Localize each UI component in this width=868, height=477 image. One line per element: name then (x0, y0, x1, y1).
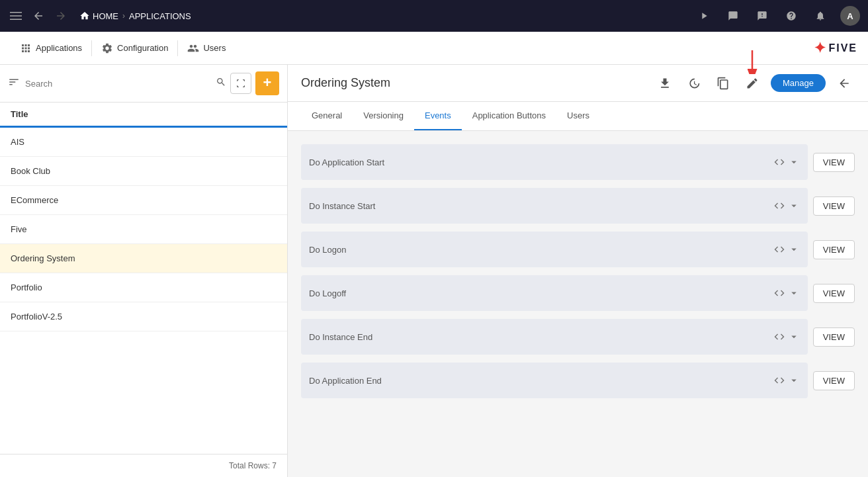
code-icon-do-logon[interactable] (773, 243, 785, 255)
menu-icon[interactable] (8, 8, 24, 24)
five-logo-container: ✦ FIVE (814, 40, 857, 57)
main-layout: + Title AIS Book Club ECommerce Five Ord… (0, 65, 868, 477)
five-logo: ✦ FIVE (814, 40, 857, 57)
tab-events[interactable]: Events (414, 102, 462, 130)
content-tabs: General Versioning Events Application Bu… (288, 102, 868, 131)
event-box-do-logon: Do Logon (301, 232, 808, 267)
back-icon[interactable] (30, 8, 46, 24)
sidebar-item-portfolio[interactable]: Portfolio (0, 273, 287, 302)
sidebar-header: Title (0, 103, 287, 128)
svg-rect-2 (10, 19, 22, 21)
content-header-actions: Manage (654, 73, 855, 94)
chevron-down-icon-do-instance-start[interactable] (788, 200, 800, 212)
sidebar-item-portfoliov25[interactable]: PortfolioV-2.5 (0, 302, 287, 331)
events-container: Do Application Start VIEW Do Instance (288, 131, 868, 477)
navbar-right: A (695, 6, 860, 26)
event-label-do-instance-start: Do Instance Start (309, 201, 375, 211)
tab-applications[interactable]: Applications (11, 32, 91, 64)
event-box-do-instance-start: Do Instance Start (301, 188, 808, 224)
sidebar-list: AIS Book Club ECommerce Five Ordering Sy… (0, 128, 287, 454)
event-row-do-application-start: Do Application Start VIEW (301, 144, 855, 180)
copy-icon[interactable] (713, 73, 734, 94)
code-icon-do-logoff[interactable] (773, 287, 785, 299)
code-icon-do-instance-end[interactable] (773, 331, 785, 343)
navbar: HOME › APPLICATIONS A (0, 0, 868, 32)
content-header: Ordering System (288, 65, 868, 102)
event-row-do-application-end: Do Application End VIEW (301, 363, 855, 398)
sidebar-item-ordering-system[interactable]: Ordering System (0, 244, 287, 273)
chevron-down-icon-do-application-start[interactable] (788, 156, 800, 168)
message-icon[interactable] (753, 7, 771, 25)
edit-icon-container (742, 73, 763, 94)
view-btn-do-logoff[interactable]: VIEW (813, 284, 855, 303)
history-icon[interactable] (683, 73, 705, 94)
play-icon[interactable] (695, 7, 713, 25)
view-btn-do-instance-start[interactable]: VIEW (813, 196, 855, 216)
view-btn-do-instance-end[interactable]: VIEW (813, 327, 855, 347)
add-button[interactable]: + (255, 71, 279, 95)
sidebar: + Title AIS Book Club ECommerce Five Ord… (0, 65, 288, 477)
event-actions-do-logon (773, 243, 800, 255)
event-row-do-instance-start: Do Instance Start VIEW (301, 188, 855, 224)
event-actions-do-instance-end (773, 331, 800, 343)
chat-icon[interactable] (724, 7, 742, 25)
view-btn-do-logon[interactable]: VIEW (813, 240, 855, 259)
subheader: Applications Configuration Users ✦ FIVE (0, 32, 868, 65)
chevron-down-icon-do-application-end[interactable] (788, 374, 800, 386)
search-icon[interactable] (216, 77, 226, 90)
chevron-down-icon-do-instance-end[interactable] (788, 331, 800, 343)
code-icon-do-application-end[interactable] (773, 374, 785, 386)
sidebar-footer: Total Rows: 7 (0, 454, 287, 477)
event-label-do-logon: Do Logon (309, 245, 346, 255)
content-area: Ordering System (288, 65, 868, 477)
event-box-do-instance-end: Do Instance End (301, 319, 808, 355)
sidebar-item-ecommerce[interactable]: ECommerce (0, 186, 287, 215)
event-box-do-application-end: Do Application End (301, 363, 808, 398)
search-actions: + (216, 71, 279, 95)
tab-application-buttons[interactable]: Application Buttons (462, 102, 556, 130)
tab-general[interactable]: General (301, 102, 353, 130)
code-icon-do-application-start[interactable] (773, 156, 785, 168)
home-nav[interactable]: HOME (79, 11, 118, 21)
help-icon[interactable] (782, 7, 801, 25)
filter-icon[interactable] (8, 76, 20, 91)
breadcrumb: HOME › APPLICATIONS (79, 11, 191, 21)
edit-icon[interactable] (742, 73, 763, 94)
sidebar-item-book-club[interactable]: Book Club (0, 157, 287, 186)
event-actions-do-logoff (773, 287, 800, 299)
tab-users[interactable]: Users (178, 32, 235, 64)
event-box-do-logoff: Do Logoff (301, 275, 808, 311)
sidebar-item-five[interactable]: Five (0, 215, 287, 244)
chevron-down-icon-do-logoff[interactable] (788, 287, 800, 299)
avatar[interactable]: A (840, 6, 860, 26)
svg-rect-1 (10, 15, 22, 17)
bell-icon[interactable] (811, 7, 830, 25)
expand-button[interactable] (230, 73, 251, 94)
view-btn-do-application-start[interactable]: VIEW (813, 153, 855, 172)
event-label-do-application-start: Do Application Start (309, 157, 384, 167)
event-actions-do-application-start (773, 156, 800, 168)
tab-versioning[interactable]: Versioning (353, 102, 414, 130)
content-title: Ordering System (301, 76, 390, 90)
forward-icon[interactable] (53, 8, 69, 24)
red-arrow-annotation (742, 49, 762, 74)
back-content-icon[interactable] (834, 73, 855, 94)
event-row-do-logoff: Do Logoff VIEW (301, 275, 855, 311)
code-icon-do-instance-start[interactable] (773, 200, 785, 212)
manage-button[interactable]: Manage (771, 74, 826, 92)
sidebar-item-ais[interactable]: AIS (0, 128, 287, 157)
view-btn-do-application-end[interactable]: VIEW (813, 371, 855, 390)
event-actions-do-instance-start (773, 200, 800, 212)
event-row-do-logon: Do Logon VIEW (301, 232, 855, 267)
search-input[interactable] (25, 79, 210, 89)
event-label-do-instance-end: Do Instance End (309, 332, 372, 342)
event-label-do-logoff: Do Logoff (309, 288, 346, 298)
event-row-do-instance-end: Do Instance End VIEW (301, 319, 855, 355)
tab-users[interactable]: Users (556, 102, 600, 130)
event-actions-do-application-end (773, 374, 800, 386)
download-icon[interactable] (654, 73, 675, 94)
chevron-down-icon-do-logon[interactable] (788, 243, 800, 255)
tab-configuration[interactable]: Configuration (92, 32, 177, 64)
svg-rect-0 (10, 12, 22, 13)
sidebar-search-bar: + (0, 65, 287, 103)
